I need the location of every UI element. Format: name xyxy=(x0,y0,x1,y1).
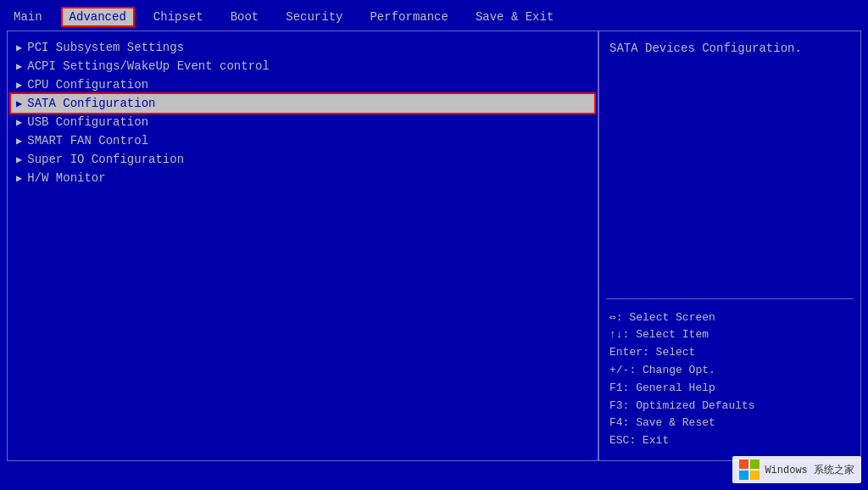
entry-sata[interactable]: ▶SATA Configuration xyxy=(11,94,594,113)
help-text: SATA Devices Configuration. xyxy=(606,38,854,292)
key-entry: ESC: Exit xyxy=(609,432,850,450)
key-entry: F3: Optimized Defaults xyxy=(609,398,850,415)
entry-acpi[interactable]: ▶ACPI Settings/WakeUp Event control xyxy=(11,57,594,75)
menu-item-advanced[interactable]: Advanced xyxy=(63,8,133,25)
menu-item-main[interactable]: Main xyxy=(7,8,49,25)
arrow-icon: ▶ xyxy=(16,42,22,54)
key-entry: F1: General Help xyxy=(609,380,850,398)
arrow-icon: ▶ xyxy=(16,116,22,129)
key-entry: ↑↓: Select Item xyxy=(609,326,850,344)
key-entry: +/-: Change Opt. xyxy=(609,362,850,380)
menu-item-save-exit[interactable]: Save & Exit xyxy=(469,8,560,25)
left-panel: ▶PCI Subsystem Settings▶ACPI Settings/Wa… xyxy=(7,31,598,461)
entry-label: H/W Monitor xyxy=(27,171,105,185)
entry-smart-fan[interactable]: ▶SMART FAN Control xyxy=(11,131,594,150)
menu-item-security[interactable]: Security xyxy=(279,8,349,25)
right-panel: SATA Devices Configuration. ⇔: Select Sc… xyxy=(598,31,861,461)
entry-super-io[interactable]: ▶Super IO Configuration xyxy=(11,150,594,169)
arrow-icon: ▶ xyxy=(16,97,22,110)
entry-usb[interactable]: ▶USB Configuration xyxy=(11,113,594,131)
title-bar xyxy=(0,0,868,7)
menu-bar: MainAdvancedChipsetBootSecurityPerforman… xyxy=(0,7,868,27)
menu-item-boot[interactable]: Boot xyxy=(224,8,266,25)
arrow-icon: ▶ xyxy=(16,172,22,185)
entry-label: USB Configuration xyxy=(27,115,148,129)
entry-label: ACPI Settings/WakeUp Event control xyxy=(27,59,270,73)
arrow-icon: ▶ xyxy=(16,135,22,148)
entry-cpu[interactable]: ▶CPU Configuration xyxy=(11,75,594,94)
key-entry: ⇔: Select Screen xyxy=(609,309,850,327)
key-entry: Enter: Select xyxy=(609,344,850,362)
entry-label: Super IO Configuration xyxy=(27,153,184,166)
entry-label: CPU Configuration xyxy=(27,78,148,92)
arrow-icon: ▶ xyxy=(16,60,22,73)
entry-pci[interactable]: ▶PCI Subsystem Settings xyxy=(11,38,594,57)
watermark: Windows 系统之家 xyxy=(732,456,861,483)
menu-item-chipset[interactable]: Chipset xyxy=(147,8,210,25)
key-help: ⇔: Select Screen↑↓: Select ItemEnter: Se… xyxy=(606,306,854,454)
entry-hw-monitor[interactable]: ▶H/W Monitor xyxy=(11,169,594,187)
watermark-text: Windows 系统之家 xyxy=(765,463,854,477)
windows-logo xyxy=(739,459,760,480)
entry-label: SMART FAN Control xyxy=(27,134,148,148)
key-entry: F4: Save & Reset xyxy=(609,415,850,432)
content-area: ▶PCI Subsystem Settings▶ACPI Settings/Wa… xyxy=(7,31,861,461)
divider xyxy=(606,298,854,299)
menu-item-performance[interactable]: Performance xyxy=(363,8,454,25)
entry-label: PCI Subsystem Settings xyxy=(27,41,184,54)
arrow-icon: ▶ xyxy=(16,79,22,92)
entry-label: SATA Configuration xyxy=(27,97,155,110)
arrow-icon: ▶ xyxy=(16,153,22,166)
